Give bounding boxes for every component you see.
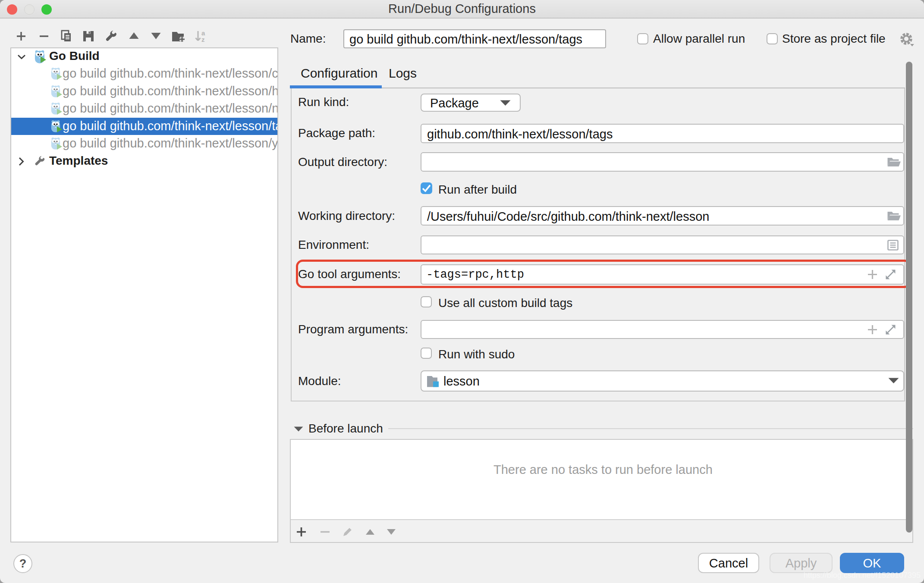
svg-text:z: z [201,36,205,43]
